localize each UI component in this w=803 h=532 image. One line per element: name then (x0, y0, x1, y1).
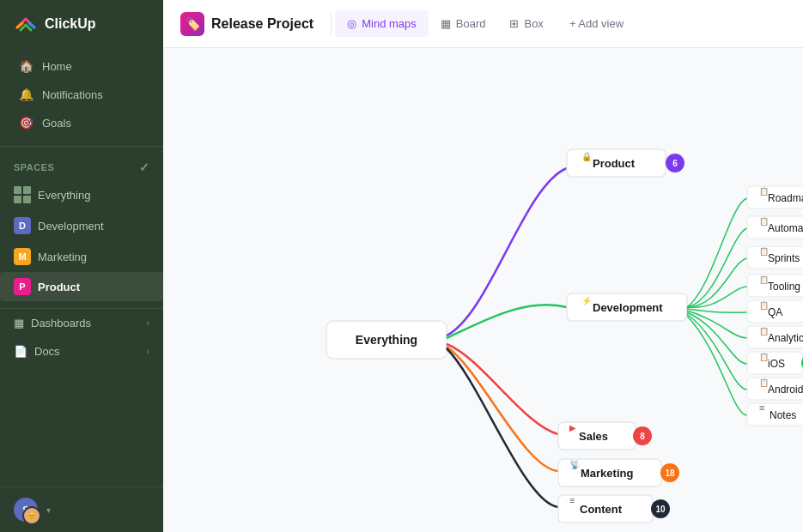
docs-icon: 📄 (14, 345, 27, 358)
sales-badge: 8 (640, 432, 645, 441)
clickup-logo-icon (14, 12, 38, 36)
header-tabs: ◎ Mind maps ▦ Board ⊞ Box + Add view (335, 10, 634, 37)
sidebar-item-home[interactable]: 🏠 Home (5, 52, 158, 80)
board-tab-icon: ▦ (441, 17, 451, 30)
svg-text:≡: ≡ (569, 495, 575, 505)
dashboards-chevron-icon: › (147, 318, 149, 328)
svg-text:🔒: 🔒 (581, 151, 593, 162)
sidebar-space-product-label: Product (38, 281, 80, 293)
add-view-button[interactable]: + Add view (559, 12, 634, 35)
sidebar-space-development-label: Development (38, 220, 104, 233)
sidebar-item-goals[interactable]: 🎯 Goals (5, 109, 158, 136)
everything-icon (14, 186, 31, 203)
notes-node-label: Notes (770, 409, 796, 421)
sidebar-item-notifications-label: Notifications (42, 88, 103, 101)
header-project: 🏷️ Release Project (180, 12, 313, 36)
sprints-node-label: Sprints (768, 252, 800, 264)
home-icon: 🏠 (19, 59, 33, 73)
user-menu-chevron-icon: ▾ (46, 505, 51, 515)
mindmaps-tab-icon: ◎ (347, 17, 356, 30)
sidebar-nav: 🏠 Home 🔔 Notifications 🎯 Goals (0, 48, 163, 141)
notifications-icon: 🔔 (19, 88, 33, 101)
tab-board-label: Board (456, 17, 486, 30)
automation-node-label: Automation (768, 222, 803, 234)
project-title: Release Project (211, 16, 313, 32)
sidebar-item-everything[interactable]: Everything (0, 180, 163, 209)
product-avatar: P (14, 278, 31, 295)
development-node-label: Development (593, 301, 663, 314)
center-node-label: Everything (356, 333, 417, 347)
android-node-label: Android (768, 384, 803, 396)
user-photo-avatar: 😊 (22, 506, 41, 525)
sidebar-footer: S 😊 ▾ (0, 487, 163, 532)
goals-icon: 🎯 (19, 116, 33, 130)
qa-node-label: QA (768, 306, 782, 318)
mindmap-svg: Everything 🔒 Product 6 ⚡ Development 📋 R… (163, 48, 803, 532)
main-content: 🏷️ Release Project ◎ Mind maps ▦ Board ⊞… (163, 0, 803, 532)
svg-text:▶: ▶ (569, 423, 576, 432)
sidebar-item-product[interactable]: P Product (0, 272, 163, 301)
user-avatar-wrap[interactable]: S 😊 (14, 498, 38, 522)
svg-text:≡: ≡ (759, 402, 764, 413)
svg-text:⚡: ⚡ (581, 295, 593, 306)
tab-board[interactable]: ▦ Board (429, 10, 498, 37)
roadmap-node-label: Roadmap (768, 192, 803, 204)
dashboards-icon: ▦ (14, 317, 24, 329)
sidebar: ClickUp 🏠 Home 🔔 Notifications 🎯 Goals S… (0, 0, 163, 532)
add-view-label: + Add view (569, 17, 624, 30)
sidebar-docs-label: Docs (34, 345, 60, 358)
project-icon: 🏷️ (180, 12, 204, 36)
tab-mindmaps-label: Mind maps (362, 17, 417, 30)
tab-mindmaps[interactable]: ◎ Mind maps (335, 10, 429, 37)
development-avatar: D (14, 217, 31, 234)
marketing-node-label: Marketing (581, 467, 633, 480)
sidebar-item-marketing[interactable]: M Marketing (0, 242, 163, 271)
tab-box-label: Box (524, 17, 543, 30)
content-badge: 10 (655, 505, 666, 514)
svg-text:📡: 📡 (569, 459, 581, 470)
sidebar-item-notifications[interactable]: 🔔 Notifications (5, 81, 158, 108)
docs-chevron-icon: › (147, 347, 149, 356)
logo: ClickUp (0, 0, 163, 48)
content-node-label: Content (580, 503, 623, 516)
header-divider (331, 14, 332, 34)
sidebar-dashboards-label: Dashboards (31, 317, 91, 329)
ios-node-label: iOS (768, 358, 785, 370)
marketing-badge: 18 (665, 469, 675, 478)
app-name: ClickUp (45, 16, 96, 32)
mindmap-area[interactable]: Everything 🔒 Product 6 ⚡ Development 📋 R… (163, 48, 803, 532)
analytics-node-label: Analytics (768, 332, 803, 344)
tooling-node-label: Tooling (768, 281, 800, 293)
product-node-label: Product (593, 157, 636, 170)
spaces-section-label: Spaces ✓ (0, 152, 163, 179)
sidebar-item-dashboards[interactable]: ▦ Dashboards › (0, 309, 163, 337)
marketing-avatar: M (14, 248, 31, 265)
product-badge: 6 (672, 159, 678, 168)
sidebar-bottom: ▦ Dashboards › 📄 Docs › (0, 308, 163, 366)
sidebar-item-development[interactable]: D Development (0, 211, 163, 240)
sidebar-item-docs[interactable]: 📄 Docs › (0, 337, 163, 366)
header: 🏷️ Release Project ◎ Mind maps ▦ Board ⊞… (163, 0, 803, 48)
sidebar-item-home-label: Home (42, 60, 72, 73)
sidebar-space-everything-label: Everything (38, 189, 90, 202)
box-tab-icon: ⊞ (509, 17, 519, 30)
spaces-check-icon: ✓ (139, 160, 150, 174)
sidebar-space-marketing-label: Marketing (38, 251, 87, 263)
tab-box[interactable]: ⊞ Box (497, 10, 555, 37)
sidebar-item-goals-label: Goals (42, 117, 71, 130)
sales-node-label: Sales (579, 430, 608, 443)
